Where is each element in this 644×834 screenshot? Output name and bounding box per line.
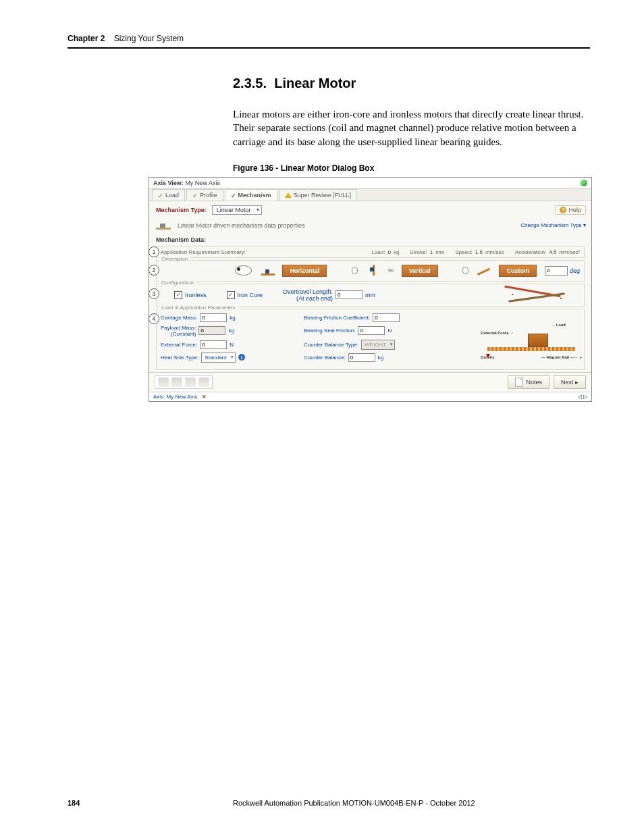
- bfc-input[interactable]: [373, 313, 400, 322]
- custom-angle-input[interactable]: [545, 266, 568, 276]
- bsf-label: Bearing Seal Friction:: [304, 328, 355, 334]
- mechanism-desc: Linear Motor driven mechanism data prope…: [178, 222, 305, 229]
- configuration-legend: Configuration: [159, 280, 196, 286]
- horizontal-icon: [260, 265, 274, 277]
- tab-load[interactable]: Load: [152, 189, 185, 201]
- tab-profile[interactable]: Profile: [186, 189, 223, 201]
- payload-mass-input: [198, 326, 225, 335]
- notes-button[interactable]: Notes: [508, 375, 549, 389]
- horizontal-label: Horizontal: [282, 265, 327, 277]
- axis-view-value: My New Axis: [185, 180, 220, 186]
- cb-label: Counter Balance:: [304, 355, 346, 361]
- tab-bar: Load Profile Mechanism Super Review [FUL…: [149, 189, 591, 201]
- mechanism-quick-icons[interactable]: [155, 375, 213, 389]
- page-number: 184: [68, 799, 233, 807]
- status-axis[interactable]: Axis: My New Axis: [153, 394, 197, 400]
- carriage-mass-label: Carriage Mass:: [161, 315, 197, 321]
- checkbox-ironcore[interactable]: [227, 291, 235, 299]
- mechanism-diagram: → Load External Force → — Magnet Rail —→…: [481, 313, 582, 365]
- help-button[interactable]: ? Help: [555, 205, 586, 215]
- linear-motor-icon: [156, 220, 173, 231]
- requirement-summary: 1 Application Requirement Summary: Load:…: [156, 246, 585, 258]
- mechanism-type-label: Mechanism Type:: [156, 207, 207, 213]
- change-mechanism-link[interactable]: Change Mechanism Type ▾: [520, 222, 586, 228]
- ext-force-input[interactable]: [200, 340, 227, 349]
- payload-mass-label: Payload Mass: (Constant): [161, 325, 196, 337]
- check-icon: [192, 192, 198, 198]
- heatsink-label: Heat Sink Type:: [161, 355, 198, 361]
- checkbox-ironless[interactable]: [174, 291, 182, 299]
- mechanism-data-label: Mechanism Data:: [149, 234, 591, 244]
- bfc-label: Bearing Friction Coefficient:: [304, 315, 370, 321]
- ironless-label: Ironless: [185, 292, 207, 298]
- carriage-mass-input[interactable]: [200, 313, 227, 322]
- status-bar: Axis: My New Axis ✕ ◁ ▷: [149, 392, 591, 401]
- callout-4: 4: [149, 313, 159, 324]
- radio-horizontal[interactable]: [235, 265, 252, 276]
- overtravel-label: Overtravel Length: (At each end): [283, 288, 333, 302]
- ext-force-label: External Force:: [161, 342, 197, 348]
- mechanism-type-row: Mechanism Type: Linear Motor ? Help: [149, 201, 591, 219]
- chapter-number: Chapter 2: [68, 34, 105, 43]
- callout-3: 3: [149, 288, 159, 299]
- callout-2: 2: [149, 265, 159, 276]
- note-icon: [515, 377, 523, 387]
- running-header: Chapter 2 Sizing Your System: [68, 34, 590, 43]
- radio-custom[interactable]: [462, 267, 468, 274]
- tab-super-review[interactable]: Super Review [FULL]: [279, 189, 358, 201]
- orientation-fieldset: 2 Orientation Horizontal 90 Vertical Cus…: [156, 260, 585, 282]
- heatsink-select[interactable]: Standard: [201, 353, 235, 363]
- radio-vertical[interactable]: [352, 267, 358, 274]
- page-footer: 184 Rockwell Automation Publication MOTI…: [68, 799, 590, 807]
- custom-label: Custom: [499, 265, 537, 277]
- info-icon[interactable]: i: [238, 354, 245, 361]
- summary-label: Application Requirement Summary:: [161, 249, 246, 255]
- cables-image: [496, 287, 577, 306]
- check-icon: [231, 192, 236, 198]
- cbt-select: WEIGHT: [361, 340, 395, 350]
- overtravel-input[interactable]: [336, 290, 363, 299]
- warn-icon: [285, 192, 292, 198]
- header-rule: [68, 47, 590, 49]
- dialog-header: Axis View: My New Axis: [149, 178, 591, 189]
- params-legend: Load & Application Parameters: [159, 305, 238, 311]
- chapter-title: Sizing Your System: [114, 34, 184, 43]
- quick-icon[interactable]: [198, 377, 209, 387]
- publication-info: Rockwell Automation Publication MOTION-U…: [233, 799, 590, 807]
- axis-view-label: Axis View:: [153, 180, 184, 186]
- orientation-legend: Orientation: [159, 256, 190, 262]
- mechanism-type-select[interactable]: Linear Motor: [212, 205, 263, 215]
- tab-mechanism[interactable]: Mechanism: [225, 189, 277, 201]
- params-fieldset: 4 Load & Application Parameters Carriage…: [156, 309, 585, 370]
- quick-icon[interactable]: [158, 377, 169, 387]
- help-icon[interactable]: [581, 180, 587, 186]
- callout-1: 1: [149, 246, 159, 257]
- vertical-label: Vertical: [402, 265, 438, 277]
- status-nav[interactable]: ◁ ▷: [578, 394, 587, 400]
- section-heading: 2.3.5. Linear Motor: [233, 76, 590, 91]
- cb-input[interactable]: [348, 353, 375, 362]
- body-paragraph: Linear motors are either iron-core and i…: [233, 107, 590, 149]
- mechanism-desc-row: Linear Motor driven mechanism data prope…: [149, 219, 591, 234]
- quick-icon[interactable]: [185, 377, 196, 387]
- dialog-box: Axis View: My New Axis Load Profile Mech…: [149, 177, 592, 402]
- ironcore-label: Iron Core: [238, 292, 263, 298]
- quick-icon[interactable]: [171, 377, 182, 387]
- custom-icon: [477, 265, 491, 277]
- next-button[interactable]: Next ▸: [554, 375, 586, 389]
- help-q-icon: ?: [560, 207, 566, 213]
- dialog-footer: Notes Next ▸: [149, 372, 591, 392]
- vertical-icon: [366, 265, 380, 277]
- check-icon: [158, 192, 163, 198]
- close-icon[interactable]: ✕: [202, 394, 207, 400]
- figure-caption: Figure 136 - Linear Motor Dialog Box: [233, 163, 590, 173]
- configuration-fieldset: 3 Configuration Ironless Iron Core Overt…: [156, 284, 585, 307]
- cbt-label: Counter Balance Type:: [304, 342, 358, 348]
- bsf-input[interactable]: [358, 326, 385, 335]
